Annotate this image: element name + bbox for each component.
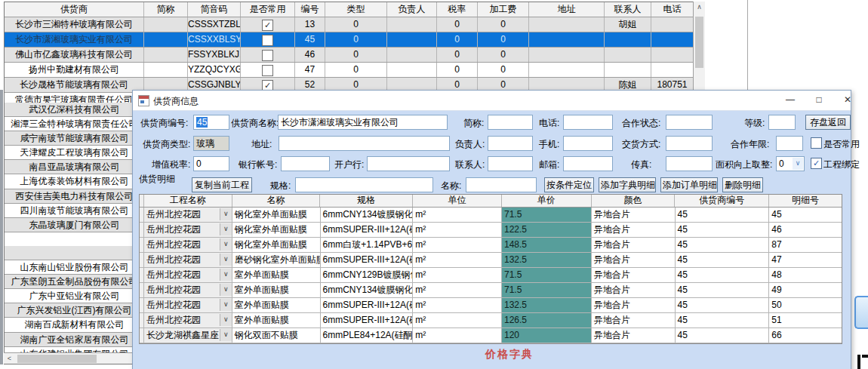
cell-manager[interactable] [387, 17, 437, 32]
delivery-input[interactable] [666, 136, 713, 151]
col-header-supplier-no[interactable]: 供货商编号 [675, 195, 769, 207]
list-item[interactable]: 山东南山铝业股份有限公司 [5, 260, 144, 275]
project-combobox[interactable]: 岳州北控花园∨ [144, 208, 232, 222]
list-item[interactable]: 广东坚朗五金制品股份有限公司 [5, 275, 144, 289]
vertical-scrollbar[interactable]: ∧ [693, 2, 705, 102]
project-bind-checkbox[interactable]: ✓ [811, 158, 822, 169]
detail-row[interactable]: 岳州北控花园∨ 室外单面贴膜 6mmSUPER-III+12A(硅... m² … [140, 298, 842, 313]
col-header-contact[interactable]: 联系人 [605, 2, 651, 17]
cell-phone[interactable] [651, 32, 693, 47]
cell-detail-no[interactable]: 49 [769, 283, 842, 297]
chevron-down-icon[interactable]: ∨ [220, 329, 232, 341]
name-filter-input[interactable] [466, 177, 537, 192]
close-button[interactable]: ✕ [836, 92, 860, 108]
list-item[interactable]: 湖南广亚全铝家居有限公司 [5, 333, 144, 347]
cell-detail-no[interactable]: 51 [769, 313, 842, 327]
list-item[interactable]: 上海优泰装饰材料有限公司 [5, 174, 144, 189]
cell-tax[interactable]: 0 [437, 32, 478, 47]
col-header-type[interactable]: 类型 [325, 2, 387, 17]
list-item[interactable]: 广东兴发铝业(江西)有限公司 [5, 303, 144, 318]
cell-spec[interactable]: 6mmSUPER-III+12A(硅... [321, 298, 414, 312]
cell-name[interactable]: 室外单面贴膜 [232, 283, 321, 297]
cell-phone[interactable] [651, 17, 693, 32]
cell-contact[interactable] [605, 32, 651, 47]
cell-tax[interactable]: 0 [437, 17, 478, 32]
col-header-no[interactable]: 编号 [295, 2, 325, 17]
manager-input[interactable] [488, 136, 533, 151]
abbr-input[interactable] [488, 115, 533, 130]
project-combobox[interactable]: 岳州北控花园∨ [144, 253, 232, 267]
cell-color[interactable]: 异地合片 [592, 298, 676, 312]
cell-no[interactable]: 46 [295, 48, 325, 62]
cell-supplier-no[interactable]: 45 [676, 268, 770, 282]
scroll-left-icon[interactable]: < [4, 353, 15, 364]
cell-fee[interactable]: 0 [478, 32, 529, 47]
cell-supplier-no[interactable]: 45 [676, 238, 770, 252]
coop-status-input[interactable] [666, 115, 713, 130]
cell-common[interactable] [241, 32, 295, 47]
cell-contact[interactable]: 胡姐 [605, 17, 651, 32]
supplier-name-input[interactable]: 长沙市潇湘玻璃实业有限公司 [278, 115, 448, 130]
checkbox[interactable] [262, 50, 273, 61]
col-header-color[interactable]: 颜色 [592, 195, 676, 207]
add-dictionary-detail-button[interactable]: 添加字典明细 [599, 177, 656, 192]
col-header-code[interactable]: 简音码 [188, 2, 241, 17]
cell-address[interactable] [529, 48, 605, 62]
cell-supplier[interactable]: 长沙市潇湘玻璃实业有限公司 [5, 32, 144, 47]
cell-spec[interactable]: 6mm白玻+1.14PVB+6mm... [321, 238, 414, 252]
cell-color[interactable]: 异地合片 [592, 223, 676, 237]
cell-name[interactable]: 室外单面贴膜 [232, 268, 321, 282]
cell-common[interactable]: ✓ [241, 17, 295, 32]
cell-abbr[interactable] [144, 48, 188, 62]
cell-supplier-no[interactable]: 45 [676, 253, 770, 267]
list-item[interactable]: 湘潭三金特种玻璃有限责任公司 [5, 117, 144, 131]
cell-contact[interactable] [605, 48, 651, 62]
cell-price[interactable]: 71.5 [502, 283, 592, 297]
chevron-down-icon[interactable]: ∨ [220, 238, 232, 251]
cell-spec[interactable]: 6mmSUPER-III+12A(硅... [321, 313, 414, 327]
cell-unit[interactable]: m² [413, 313, 502, 327]
cell-unit[interactable]: m² [413, 238, 502, 252]
project-combobox[interactable]: 岳州北控花园∨ [144, 298, 232, 312]
list-item[interactable]: 湖南百成新材料有限公司 [5, 318, 144, 332]
cell-fee[interactable]: 0 [478, 48, 529, 62]
horizontal-scrollbar[interactable]: < [4, 352, 143, 364]
cell-unit[interactable]: m² [413, 268, 502, 282]
detail-row[interactable]: 岳州北控花园∨ 磨砂钢化室外单面贴膜 6mmSUPER-III+12A(硅...… [140, 253, 842, 268]
col-header-unit[interactable]: 单位 [413, 195, 502, 207]
cell-price[interactable]: 120 [502, 328, 592, 343]
cell-supplier-no[interactable]: 45 [676, 208, 770, 222]
checkbox[interactable] [262, 35, 273, 46]
cell-spec[interactable]: 6mmSUPER-III+12A(硅... [321, 253, 414, 267]
table-row[interactable]: 扬州中勤建材有限公司 YZZQJCYXGS 47 0 0 0 [5, 63, 694, 78]
cell-tax[interactable]: 0 [437, 63, 478, 77]
chevron-down-icon[interactable]: ∨ [220, 284, 232, 296]
chevron-down-icon[interactable]: ∨ [220, 223, 232, 235]
cell-detail-no[interactable]: 47 [769, 253, 842, 267]
project-combobox[interactable]: 岳州北控花园∨ [144, 313, 232, 327]
mobile-input[interactable] [563, 136, 613, 151]
cell-name[interactable]: 钢化室外单面贴膜 [232, 223, 321, 237]
cell-name[interactable]: 室外单面贴膜 [232, 313, 321, 327]
chevron-down-icon[interactable]: ∨ [220, 208, 232, 220]
cell-supplier-no[interactable]: 45 [676, 298, 770, 312]
cell-unit[interactable]: m² [413, 283, 502, 297]
cell-type[interactable]: 0 [325, 17, 387, 32]
cell-tax[interactable]: 0 [437, 48, 478, 62]
cell-manager[interactable] [387, 63, 437, 77]
supplier-no-input[interactable]: 45 [193, 115, 229, 130]
supplier-type-field[interactable]: 玻璃 [193, 136, 229, 151]
checkbox[interactable] [262, 65, 273, 76]
cell-supplier-no[interactable]: 45 [676, 283, 770, 297]
address-input[interactable] [279, 136, 450, 151]
maximize-button[interactable]: □ [807, 92, 831, 108]
cell-detail-no[interactable]: 45 [769, 208, 842, 222]
cell-common[interactable] [241, 48, 295, 62]
email-input[interactable] [563, 156, 613, 171]
detail-row[interactable]: 岳州北控花园∨ 室外单面贴膜 6mmSUPER-III+12A(硅... m² … [140, 313, 842, 328]
cell-spec[interactable]: 6mmCNY134镀膜钢化 [321, 283, 414, 297]
cell-address[interactable] [529, 63, 605, 77]
cell-color[interactable]: 异地合片 [592, 268, 676, 282]
col-header-supplier[interactable]: 供货商 [5, 2, 144, 17]
cell-spec[interactable]: 6mmCNY129B镀膜钢化 [321, 268, 414, 282]
